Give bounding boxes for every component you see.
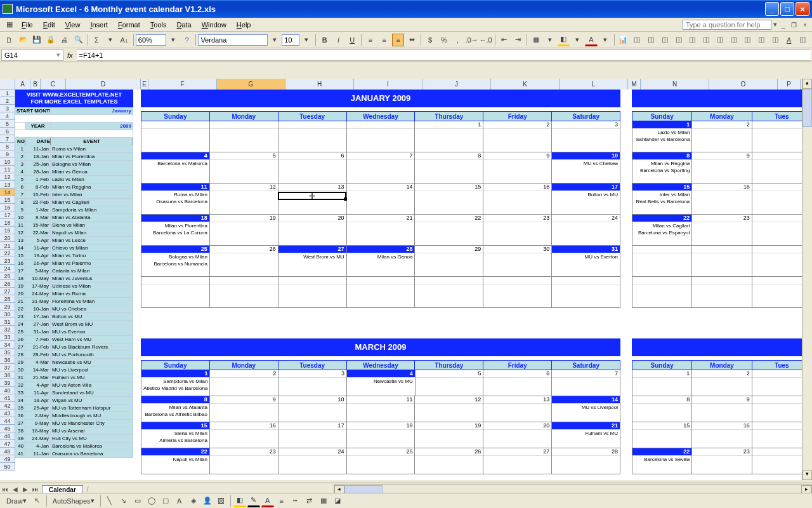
- tb-extra10-icon[interactable]: ◫: [755, 34, 768, 46]
- calendar-day[interactable]: 26: [210, 246, 278, 277]
- calendar-day[interactable]: 7: [347, 152, 416, 184]
- increase-indent-icon[interactable]: ⇥: [511, 34, 524, 46]
- chart-icon[interactable]: 📊: [617, 34, 630, 46]
- calendar-day[interactable]: [692, 277, 752, 308]
- diagram-icon[interactable]: ◈: [187, 495, 200, 507]
- row-header-38[interactable]: 38: [0, 371, 15, 379]
- event-row[interactable]: 2427-JanWest Brom vs MU: [15, 321, 133, 328]
- row-header-50[interactable]: 50: [0, 463, 15, 471]
- calendar-day[interactable]: [278, 121, 347, 152]
- tb-extra12-icon[interactable]: A: [783, 34, 796, 46]
- sort-icon[interactable]: A↓: [118, 34, 131, 46]
- col-header-C[interactable]: C: [41, 79, 66, 90]
- calendar-day[interactable]: 13: [483, 396, 552, 422]
- col-header-L[interactable]: L: [560, 79, 628, 90]
- row-header-25[interactable]: 25: [0, 272, 15, 280]
- shadow-icon[interactable]: ▦: [317, 495, 330, 507]
- tab-first-icon[interactable]: ⏮: [0, 486, 10, 493]
- event-row[interactable]: 294-MarNewcastle vs MU: [15, 359, 133, 366]
- formula-input[interactable]: [77, 50, 811, 61]
- event-row[interactable]: 3816-MayMU vs Arsenal: [15, 427, 133, 435]
- tb-extra9-icon[interactable]: ◫: [741, 34, 754, 46]
- row-header-34[interactable]: 34: [0, 341, 15, 349]
- col-header-P[interactable]: P: [778, 79, 801, 90]
- row-header-3[interactable]: 3: [0, 105, 15, 112]
- event-row[interactable]: 1115-MarSiena vs Milan: [15, 222, 133, 229]
- calendar-day[interactable]: 17Bolton vs MU: [552, 184, 620, 215]
- calendar-day[interactable]: 23: [483, 215, 552, 246]
- row-header-16[interactable]: 16: [0, 204, 15, 211]
- calendar-day[interactable]: 23: [692, 215, 752, 246]
- event-row[interactable]: 3525-AprMU vs Tottenham Hotspur: [15, 404, 133, 412]
- calendar-day[interactable]: [632, 246, 692, 277]
- permission-icon[interactable]: 🔒: [44, 34, 57, 46]
- row-header-20[interactable]: 20: [0, 234, 15, 242]
- clipart-icon[interactable]: 👤: [201, 495, 214, 507]
- calendar-day[interactable]: 14: [347, 184, 416, 215]
- event-row[interactable]: 362-MayMiddlesbrough vs MU: [15, 412, 133, 420]
- menu-window[interactable]: Window: [197, 20, 232, 30]
- event-row[interactable]: 2024-MayMilan vs Roma: [15, 290, 133, 298]
- calendar-day[interactable]: 27: [483, 448, 552, 474]
- font-color-icon[interactable]: A: [585, 34, 598, 46]
- calendar-day[interactable]: 9: [483, 152, 552, 184]
- row-header-30[interactable]: 30: [0, 311, 15, 318]
- calendar-day[interactable]: 5: [416, 370, 484, 396]
- calendar-day[interactable]: 27West Brom vs MU: [278, 246, 347, 277]
- fill-color-draw-icon[interactable]: ◧: [233, 495, 246, 507]
- help-search-input[interactable]: [683, 20, 771, 30]
- autosum-icon[interactable]: Σ: [91, 34, 103, 46]
- row-header-36[interactable]: 36: [0, 356, 15, 364]
- calendar-day[interactable]: 2: [483, 121, 552, 152]
- line-style-icon[interactable]: ≡: [275, 495, 288, 507]
- col-header-D[interactable]: D: [66, 79, 141, 90]
- oval-icon[interactable]: ◯: [145, 495, 158, 507]
- doc-close-button[interactable]: ×: [801, 22, 809, 29]
- menu-view[interactable]: View: [60, 20, 86, 30]
- row-header-9[interactable]: 9: [0, 150, 15, 158]
- fill-color-icon[interactable]: ◧: [558, 34, 570, 46]
- menu-file[interactable]: File: [16, 20, 38, 30]
- font-color-draw-icon[interactable]: A: [261, 495, 274, 507]
- decrease-indent-icon[interactable]: ⇤: [498, 34, 511, 46]
- italic-icon[interactable]: I: [332, 34, 345, 46]
- event-row[interactable]: 3121-MarFulham vs MU: [15, 374, 133, 382]
- calendar-day[interactable]: 9: [210, 396, 278, 422]
- vertical-scrollbar[interactable]: ▴ ▾: [802, 79, 812, 480]
- row-headers[interactable]: 1234567891011121314151617181920212223242…: [0, 90, 15, 471]
- tb-extra2-icon[interactable]: ◫: [645, 34, 657, 46]
- calendar-day[interactable]: 4Newcastle vs MU: [347, 370, 416, 396]
- col-header-A[interactable]: A: [15, 79, 30, 90]
- row-header-26[interactable]: 26: [0, 280, 15, 288]
- event-row[interactable]: 218-JanMilan vs Fiorentina: [15, 153, 133, 161]
- calendar-day[interactable]: 15Siena vs MilanAlmeria vs Barcelona: [141, 422, 210, 448]
- col-header-J[interactable]: J: [422, 79, 491, 90]
- tab-prev-icon[interactable]: ◀: [10, 486, 20, 493]
- calendar-day[interactable]: 26: [415, 448, 483, 474]
- font-size-input[interactable]: [282, 34, 299, 46]
- fx-icon[interactable]: fx: [67, 51, 73, 59]
- row-header-10[interactable]: 10: [0, 158, 15, 166]
- event-row[interactable]: 1411-AprChievo vs Milan: [15, 244, 133, 252]
- textbox-icon[interactable]: ▢: [159, 495, 172, 507]
- calendar-day[interactable]: 8Milan vs RegginaBarcelona vs Sporting: [632, 152, 692, 184]
- calendar-day[interactable]: 2: [692, 121, 752, 152]
- line-color-icon[interactable]: ✎: [247, 495, 260, 507]
- calendar-day[interactable]: 30: [483, 246, 552, 277]
- increase-decimal-icon[interactable]: .0→: [466, 34, 478, 46]
- doc-restore-button[interactable]: ❐: [790, 22, 799, 29]
- row-header-19[interactable]: 19: [0, 227, 15, 234]
- event-row[interactable]: 428-JanMilan vs Genoa: [15, 168, 133, 176]
- currency-icon[interactable]: $: [424, 34, 436, 46]
- row-header-18[interactable]: 18: [0, 219, 15, 227]
- percent-icon[interactable]: %: [438, 34, 450, 46]
- row-header-32[interactable]: 32: [0, 326, 15, 333]
- calendar-day[interactable]: [632, 277, 692, 308]
- tb-extra7-icon[interactable]: ◫: [714, 34, 726, 46]
- calendar-day[interactable]: [483, 277, 552, 308]
- row-header-29[interactable]: 29: [0, 303, 15, 311]
- worksheet-area[interactable]: ABCDEFGHIJKLMNOP 12345678910111213141516…: [0, 79, 812, 480]
- col-header-B[interactable]: B: [30, 79, 41, 90]
- calendar-day[interactable]: [415, 277, 483, 308]
- menu-edit[interactable]: Edit: [38, 20, 60, 30]
